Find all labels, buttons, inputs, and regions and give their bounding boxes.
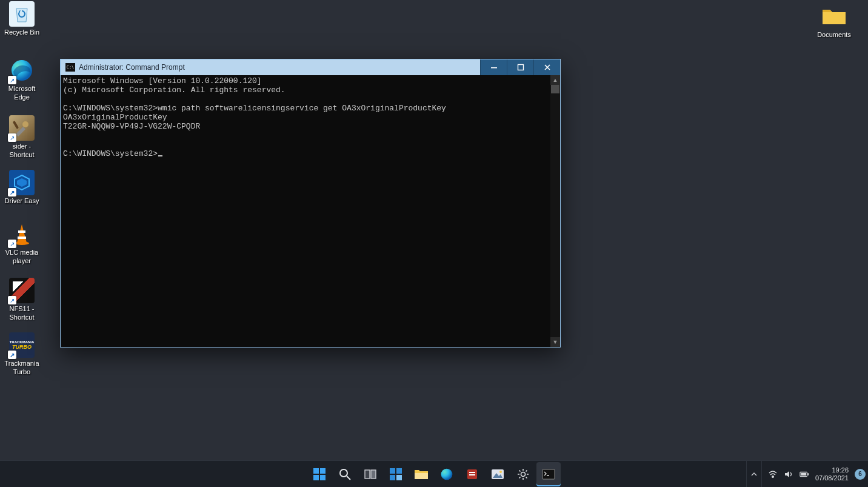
shortcut-arrow-icon: ↗: [8, 240, 16, 248]
close-button[interactable]: [533, 59, 560, 75]
taskbar-todo[interactable]: [460, 462, 484, 486]
cmd-titlebar[interactable]: C:\ Administrator: Command Prompt: [61, 59, 560, 75]
svg-rect-14: [313, 475, 319, 480]
desktop-icon-label: sider - Shortcut: [0, 142, 44, 159]
svg-rect-7: [18, 230, 25, 233]
svg-rect-36: [801, 472, 806, 475]
taskbar-file-explorer[interactable]: [409, 462, 433, 486]
taskbar-cmd[interactable]: [536, 462, 561, 486]
tools-icon: ↗: [9, 115, 35, 141]
svg-rect-22: [396, 475, 402, 480]
taskbar-settings[interactable]: [511, 462, 535, 486]
desktop-icon-label: NFS11 - Shortcut: [0, 304, 44, 321]
taskbar-photos[interactable]: [486, 462, 510, 486]
svg-rect-19: [390, 468, 395, 474]
svg-point-23: [441, 468, 453, 480]
taskbar: 19:26 07/08/2021 6: [0, 460, 868, 487]
desktop-icon-label: Driver Easy: [0, 196, 44, 205]
svg-rect-12: [313, 468, 319, 474]
nfs-icon: ↗: [9, 278, 35, 303]
svg-rect-25: [469, 472, 475, 473]
svg-point-2: [22, 121, 28, 127]
shortcut-arrow-icon: ↗: [8, 188, 16, 196]
svg-rect-17: [365, 470, 370, 479]
desktop-icon-label: Recycle Bin: [0, 28, 44, 36]
svg-marker-33: [785, 471, 789, 477]
svg-rect-31: [542, 469, 555, 479]
cmd-line: (c) Microsoft Corporation. All rights re…: [63, 86, 285, 95]
taskbar-widgets[interactable]: [384, 462, 408, 486]
shortcut-arrow-icon: ↗: [8, 351, 16, 359]
cmd-scrollbar[interactable]: ▲ ▼: [550, 75, 560, 347]
taskbar-edge[interactable]: [435, 462, 459, 486]
svg-rect-13: [320, 468, 326, 474]
tray-date: 07/08/2021: [815, 474, 849, 482]
volume-icon[interactable]: [784, 469, 793, 479]
scroll-down-arrow-icon[interactable]: ▼: [550, 337, 560, 347]
desktop-icon-label: Trackmania Turbo: [0, 359, 44, 376]
svg-rect-35: [807, 473, 809, 475]
svg-marker-6: [17, 224, 27, 243]
cmd-prompt: C:\WINDOWS\system32>: [63, 149, 158, 158]
folder-icon: [821, 4, 847, 29]
svg-point-32: [772, 475, 774, 477]
cmd-line: C:\WINDOWS\system32>wmic path softwareli…: [63, 104, 446, 113]
battery-icon[interactable]: [800, 469, 809, 479]
desktop-icon-label: Documents: [812, 30, 856, 39]
maximize-button[interactable]: [507, 59, 533, 75]
tray-time: 19:26: [832, 466, 849, 474]
svg-point-9: [15, 241, 29, 245]
scroll-thumb[interactable]: [551, 85, 559, 93]
desktop-icon-label: VLC media player: [0, 248, 44, 265]
tray-overflow-chevron-icon[interactable]: [746, 461, 762, 488]
taskbar-task-view[interactable]: [358, 462, 382, 486]
taskbar-search[interactable]: [333, 462, 357, 486]
edge-icon: ↗: [9, 58, 35, 83]
cmd-line: Microsoft Windows [Version 10.0.22000.12…: [63, 76, 262, 86]
driver-easy-icon: ↗: [9, 170, 35, 195]
cmd-title-icon: C:\: [65, 63, 75, 72]
notification-badge[interactable]: 6: [855, 469, 866, 480]
trackmania-icon: TRACKMANIA TURBO ↗: [9, 332, 35, 358]
svg-rect-11: [518, 65, 523, 70]
svg-rect-20: [396, 468, 402, 474]
svg-point-30: [521, 472, 526, 476]
desktop-icon-nfs11[interactable]: ↗ NFS11 - Shortcut: [0, 278, 44, 321]
desktop-icon-recycle-bin[interactable]: Recycle Bin: [0, 1, 44, 36]
svg-point-16: [340, 469, 347, 477]
cmd-cursor: [158, 155, 162, 156]
cmd-line: OA3xOriginalProductKey: [63, 113, 167, 122]
desktop-icon-sider[interactable]: ↗ sider - Shortcut: [0, 115, 44, 159]
cmd-window[interactable]: C:\ Administrator: Command Prompt Micros…: [60, 59, 561, 348]
cmd-line: T22GR-NQQW9-VP49J-VG22W-CPQDR: [63, 122, 200, 131]
cmd-body[interactable]: Microsoft Windows [Version 10.0.22000.12…: [61, 75, 550, 347]
svg-rect-26: [469, 474, 475, 475]
desktop-icon-vlc[interactable]: ↗ VLC media player: [0, 221, 44, 265]
taskbar-start[interactable]: [307, 462, 332, 486]
svg-marker-5: [17, 178, 27, 187]
svg-rect-10: [491, 67, 497, 69]
desktop-icon-driver-easy[interactable]: ↗ Driver Easy: [0, 170, 44, 205]
desktop-icon-trackmania[interactable]: TRACKMANIA TURBO ↗ Trackmania Turbo: [0, 332, 44, 376]
scroll-track[interactable]: [550, 85, 560, 337]
desktop-icon-label: Microsoft Edge: [0, 84, 44, 101]
desktop-icon-documents[interactable]: Documents: [812, 4, 856, 39]
vlc-cone-icon: ↗: [9, 221, 35, 247]
tray-clock[interactable]: 19:26 07/08/2021: [815, 466, 849, 482]
scroll-up-arrow-icon[interactable]: ▲: [550, 75, 560, 85]
recycle-bin-icon: [9, 1, 35, 27]
wifi-icon[interactable]: [768, 469, 778, 479]
minimize-button[interactable]: [480, 59, 507, 75]
svg-rect-3: [13, 121, 19, 129]
shortcut-arrow-icon: ↗: [8, 296, 16, 304]
desktop-icon-edge[interactable]: ↗ Microsoft Edge: [0, 58, 44, 101]
svg-rect-18: [371, 470, 376, 479]
svg-rect-15: [320, 475, 326, 480]
svg-point-29: [499, 471, 502, 473]
shortcut-arrow-icon: ↗: [8, 76, 16, 84]
svg-rect-8: [18, 237, 26, 239]
svg-rect-21: [390, 475, 395, 480]
cmd-title-text: Administrator: Command Prompt: [79, 63, 185, 72]
shortcut-arrow-icon: ↗: [8, 133, 16, 142]
